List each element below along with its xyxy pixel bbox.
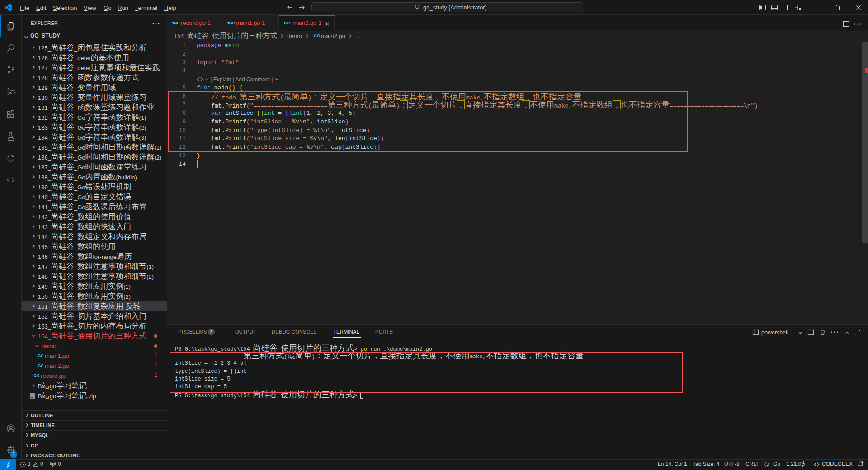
svg-text:GO: GO bbox=[38, 353, 43, 358]
svg-text:GO: GO bbox=[174, 21, 179, 25]
svg-text:GO: GO bbox=[229, 21, 235, 25]
svg-text:GO: GO bbox=[38, 363, 43, 368]
svg-text:GO: GO bbox=[314, 34, 319, 38]
svg-text:GO: GO bbox=[33, 373, 39, 378]
svg-text:GO: GO bbox=[285, 21, 291, 25]
